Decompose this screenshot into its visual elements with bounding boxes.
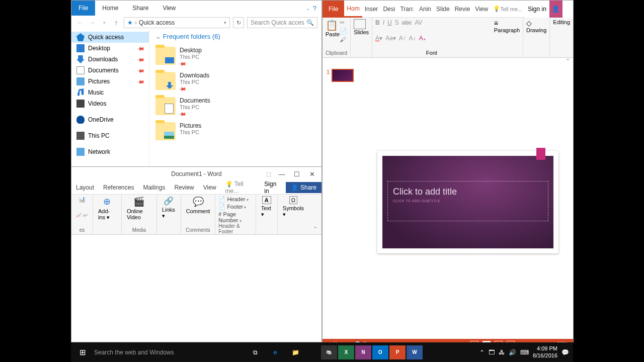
- ppt-insert-tab[interactable]: Inser: [362, 1, 381, 18]
- links-button[interactable]: 🔗 Links ▾: [160, 196, 178, 219]
- explorer-search-input[interactable]: Search Quick acces🔍: [247, 17, 317, 28]
- ppt-animations-tab[interactable]: Anin: [417, 1, 434, 18]
- spacing-button[interactable]: AV: [415, 19, 422, 26]
- slide-title-placeholder[interactable]: Click to add title CLICK TO ADD SUBTITLE: [387, 181, 548, 221]
- ribbon-expand-icon[interactable]: ⌄: [306, 6, 310, 11]
- minimize-button[interactable]: —: [274, 170, 289, 178]
- explorer-file-tab[interactable]: File: [71, 1, 95, 16]
- tab-references[interactable]: References: [99, 184, 138, 191]
- frequent-folders-header[interactable]: Frequent folders (6): [155, 33, 315, 40]
- sidebar-network[interactable]: Network: [71, 146, 149, 157]
- sidebar-videos[interactable]: Videos: [71, 98, 149, 109]
- task-view-icon[interactable]: ⧉: [245, 349, 265, 356]
- underline-button[interactable]: U: [387, 19, 392, 26]
- change-case-button[interactable]: Aa▾: [385, 35, 396, 42]
- editing-button[interactable]: Editing: [553, 19, 570, 25]
- page-number-button[interactable]: # Page Number: [218, 211, 252, 223]
- outlook-icon[interactable]: O: [372, 345, 388, 359]
- sidebar-this-pc[interactable]: This PC: [71, 130, 149, 141]
- tab-mailings[interactable]: Mailings: [138, 184, 170, 191]
- edge-icon[interactable]: e: [265, 349, 285, 356]
- header-button[interactable]: 📄 Header: [218, 196, 252, 203]
- shadow-button[interactable]: S: [395, 19, 399, 26]
- slide-thumbnail-1[interactable]: 1: [327, 69, 359, 82]
- bold-button[interactable]: B: [375, 19, 380, 26]
- nav-up-icon[interactable]: ↑: [112, 19, 121, 27]
- ppt-slideshow-tab[interactable]: Slide: [434, 1, 452, 18]
- tell-me-input[interactable]: 💡 Tell me...: [221, 180, 260, 195]
- help-icon[interactable]: ?: [313, 5, 316, 12]
- word-icon[interactable]: W: [407, 345, 423, 359]
- close-button[interactable]: ✕: [304, 170, 319, 178]
- folder-pictures[interactable]: PicturesThis PC: [155, 120, 315, 143]
- ppt-design-tab[interactable]: Desi: [380, 1, 397, 18]
- nav-back-icon[interactable]: ←: [75, 19, 85, 27]
- shrink-font-button[interactable]: A↓: [409, 35, 416, 42]
- strike-button[interactable]: abc: [402, 19, 412, 26]
- powerpoint-icon[interactable]: P: [389, 345, 406, 359]
- explorer-icon[interactable]: 📁: [285, 349, 305, 356]
- sidebar-desktop[interactable]: Desktop📌: [71, 43, 149, 54]
- store-icon[interactable]: 🛍: [321, 345, 337, 359]
- tab-review[interactable]: Review: [170, 184, 198, 191]
- nav-recent-icon[interactable]: ▾: [100, 20, 109, 25]
- paragraph-button[interactable]: ≡Paragraph: [494, 19, 520, 33]
- sidebar-downloads[interactable]: Downloads📌: [71, 54, 149, 65]
- sidebar-onedrive[interactable]: OneDrive: [71, 114, 149, 125]
- slides-button[interactable]: Slides: [354, 19, 369, 35]
- footer-button[interactable]: 📄 Footer: [218, 204, 252, 210]
- slide[interactable]: Click to add title CLICK TO ADD SUBTITLE: [377, 151, 558, 253]
- breadcrumb[interactable]: Quick access: [139, 19, 175, 26]
- ppt-home-tab[interactable]: Hom: [344, 1, 362, 18]
- maximize-button[interactable]: ☐: [289, 170, 304, 178]
- online-video-button[interactable]: 🎬 Online Video: [125, 196, 153, 220]
- ppt-sign-in-button[interactable]: Sign in: [525, 1, 549, 18]
- action-center-icon[interactable]: 💬: [561, 349, 569, 356]
- folder-desktop[interactable]: DesktopThis PC📌: [155, 44, 315, 69]
- keyboard-icon[interactable]: ⌨: [520, 349, 529, 356]
- folder-downloads[interactable]: DownloadsThis PC📌: [155, 69, 315, 95]
- explorer-home-tab[interactable]: Home: [95, 5, 125, 12]
- word-document-area[interactable]: [71, 235, 321, 342]
- font-color-button[interactable]: A▾: [375, 35, 382, 42]
- ppt-review-tab[interactable]: Revie: [452, 1, 473, 18]
- cut-icon[interactable]: ✂: [340, 19, 347, 26]
- explorer-view-tab[interactable]: View: [155, 5, 183, 12]
- tab-layout[interactable]: Layout: [71, 184, 99, 191]
- sidebar-quick-access[interactable]: Quick access: [71, 32, 149, 43]
- grow-font-button[interactable]: A↑: [399, 35, 406, 42]
- symbols-button[interactable]: Ω Symbols ▾: [281, 196, 306, 218]
- ppt-share-button[interactable]: 👤: [549, 1, 562, 18]
- ppt-file-tab[interactable]: File: [323, 1, 344, 18]
- paste-button[interactable]: 📋Paste: [326, 19, 340, 43]
- drawing-button[interactable]: ◇Drawing: [526, 19, 546, 33]
- start-button[interactable]: ⊞: [71, 348, 94, 357]
- italic-button[interactable]: I: [383, 19, 384, 26]
- comment-button[interactable]: 💬 Comment: [184, 196, 212, 214]
- excel-icon[interactable]: X: [338, 345, 354, 359]
- sidebar-music[interactable]: Music: [71, 87, 149, 98]
- tray-overflow-icon[interactable]: ⌃: [479, 349, 485, 356]
- text-button[interactable]: A Text ▾: [259, 196, 274, 218]
- addins-button[interactable]: ⊕ Add-ins ▾: [96, 196, 118, 221]
- copy-icon[interactable]: 📄: [340, 28, 347, 35]
- sign-in-button[interactable]: Sign in: [259, 180, 286, 195]
- address-bar[interactable]: ★ › Quick access ▾: [124, 17, 230, 28]
- tab-view[interactable]: View: [199, 184, 221, 191]
- taskbar-clock[interactable]: 4:09 PM8/16/2016: [533, 345, 557, 358]
- explorer-share-tab[interactable]: Share: [125, 5, 155, 12]
- sidebar-documents[interactable]: Documents📌: [71, 65, 149, 76]
- ppt-transitions-tab[interactable]: Tran:: [397, 1, 417, 18]
- folder-documents[interactable]: DocumentsThis PC📌: [155, 95, 315, 120]
- collapse-ribbon-icon[interactable]: ⌃: [566, 58, 570, 64]
- battery-icon[interactable]: 🗔: [489, 349, 495, 356]
- ppt-tell-me-input[interactable]: 💡 Tell me...: [491, 1, 525, 18]
- ppt-view-tab[interactable]: View: [472, 1, 491, 18]
- collapse-ribbon-icon[interactable]: ⌃: [309, 224, 321, 234]
- clear-format-button[interactable]: Aₓ: [419, 35, 426, 42]
- volume-icon[interactable]: 🔊: [509, 349, 516, 356]
- network-icon[interactable]: 🖧: [499, 349, 505, 356]
- taskbar-search-input[interactable]: Search the web and Windows: [94, 349, 245, 356]
- onenote-icon[interactable]: N: [355, 345, 371, 359]
- format-painter-icon[interactable]: 🖌: [340, 36, 347, 43]
